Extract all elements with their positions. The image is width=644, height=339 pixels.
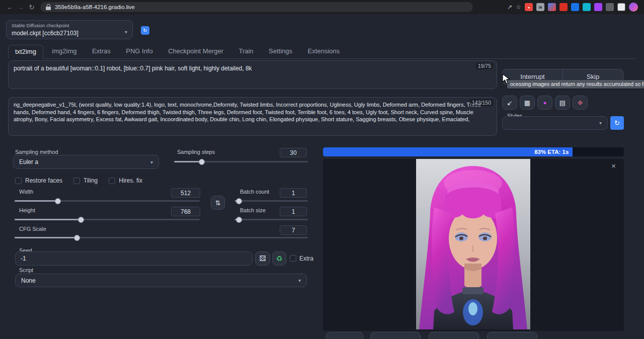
sampling-steps-slider[interactable] — [174, 158, 308, 165]
tiling-option[interactable]: Tiling — [73, 177, 98, 184]
stable-diffusion-webui: Stable Diffusion checkpoint model.ckpt [… — [0, 14, 644, 339]
width-input[interactable]: 512 — [171, 188, 200, 198]
height-slider[interactable] — [15, 216, 200, 223]
width-label: Width — [19, 189, 33, 195]
height-label: Height — [19, 207, 35, 213]
share-icon[interactable]: ↗ — [507, 4, 512, 11]
extra-seed-checkbox[interactable] — [290, 255, 296, 262]
tab-png-info[interactable]: PNG Info — [119, 44, 159, 58]
progress-text: 83% ETA: 1s — [534, 149, 569, 155]
restore-faces-option[interactable]: Restore faces — [15, 177, 62, 184]
batch-count-value: 1 — [292, 190, 295, 197]
side-panel-icon[interactable] — [617, 3, 625, 11]
reload-icon[interactable]: ↻ — [26, 4, 37, 11]
swap-icon: ⇅ — [215, 199, 221, 207]
negative-token-counter: 143/150 — [470, 99, 493, 106]
puzzle-extensions-icon[interactable] — [606, 3, 614, 11]
tab-extensions[interactable]: Extensions — [301, 44, 346, 58]
paste-params-icon[interactable]: ↙ — [502, 96, 517, 110]
extension-icon[interactable] — [559, 3, 568, 11]
output-preview-panel: × — [323, 159, 624, 331]
restore-faces-checkbox[interactable] — [15, 178, 22, 184]
checkpoint-label: Stable Diffusion checkpoint — [12, 23, 69, 28]
batch-size-slider[interactable] — [235, 216, 308, 223]
refresh-styles-button[interactable]: ↻ — [610, 116, 624, 130]
extension-icon[interactable] — [548, 3, 556, 11]
prompt-token-counter: 19/75 — [476, 62, 493, 69]
style-dot-icon[interactable]: ● — [537, 96, 552, 110]
generated-image-preview[interactable] — [416, 159, 530, 329]
slider-handle[interactable] — [236, 217, 242, 223]
tab-extras[interactable]: Extras — [86, 44, 117, 58]
checkpoint-value: model.ckpt [cc6cb27103] — [12, 30, 78, 37]
extension-icon[interactable] — [594, 3, 602, 11]
prompt-textarea[interactable]: portrait of a beautiful [woman::0.1] rob… — [8, 60, 497, 89]
swap-dimensions-button[interactable]: ⇅ — [211, 196, 225, 210]
sampling-method-value: Euler a — [19, 158, 38, 165]
profile-avatar[interactable] — [629, 3, 638, 12]
batch-count-slider[interactable] — [235, 198, 308, 204]
output-action-button[interactable] — [429, 332, 479, 339]
batch-count-input[interactable]: 1 — [280, 188, 307, 198]
chevron-down-icon: ▾ — [599, 120, 602, 126]
interrupt-label: Interrupt — [520, 73, 544, 80]
reuse-seed-button[interactable]: ♻ — [272, 251, 286, 266]
extension-icon[interactable] — [571, 3, 579, 11]
seed-value: -1 — [21, 255, 26, 262]
bookmark-star-icon[interactable]: ☆ — [516, 4, 521, 11]
output-action-button[interactable] — [326, 332, 363, 339]
hires-fix-label: Hires. fix — [119, 177, 142, 184]
sampling-method-dropdown[interactable]: Euler a ▾ — [13, 155, 159, 169]
negative-prompt-text: ng_deepnegative_v1_75t, (worst quality, … — [9, 98, 497, 127]
hires-fix-option[interactable]: Hires. fix — [109, 177, 142, 184]
slider-handle[interactable] — [199, 159, 205, 165]
styles-dropdown[interactable]: ▾ — [502, 116, 608, 130]
script-value: None — [21, 277, 36, 284]
close-icon[interactable]: × — [611, 161, 616, 170]
refresh-checkpoints-button[interactable]: ↻ — [141, 26, 149, 35]
script-dropdown[interactable]: None ▾ — [15, 274, 307, 287]
extra-networks-icon[interactable]: ▦ — [520, 96, 535, 110]
sampling-steps-value: 30 — [290, 149, 296, 156]
url-text: 359e5b9a-a5ff-4216.gradio.live — [55, 4, 135, 10]
main-tabs: txt2img img2img Extras PNG Info Checkpoi… — [8, 44, 636, 59]
browser-chrome: ← → ↻ 359e5b9a-a5ff-4216.gradio.live ↗ ☆… — [0, 0, 644, 14]
output-action-button[interactable] — [487, 332, 537, 339]
height-input[interactable]: 768 — [171, 207, 200, 216]
extension-icon[interactable]: ● — [525, 3, 533, 11]
seed-input[interactable]: -1 — [15, 251, 253, 266]
tab-checkpoint-merger[interactable]: Checkpoint Merger — [162, 44, 230, 58]
cfg-scale-slider[interactable] — [15, 234, 308, 241]
batch-size-input[interactable]: 1 — [280, 207, 307, 216]
slider-handle[interactable] — [74, 235, 80, 241]
tab-txt2img[interactable]: txt2img — [8, 45, 43, 59]
tab-train[interactable]: Train — [232, 44, 260, 58]
checkpoint-dropdown[interactable]: Stable Diffusion checkpoint model.ckpt [… — [6, 20, 133, 39]
extra-seed-label: Extra — [299, 255, 313, 262]
slider-handle[interactable] — [78, 217, 84, 223]
negative-prompt-textarea[interactable]: ng_deepnegative_v1_75t, (worst quality, … — [8, 97, 497, 136]
hires-fix-checkbox[interactable] — [109, 178, 115, 184]
sampling-steps-label: Sampling steps — [177, 149, 215, 155]
extension-icon[interactable]: IA — [536, 3, 544, 11]
tiling-checkbox[interactable] — [73, 178, 80, 184]
tab-settings[interactable]: Settings — [262, 44, 299, 58]
apply-style-icon[interactable]: ▤ — [555, 96, 570, 110]
extension-icon[interactable] — [583, 3, 591, 11]
save-style-icon[interactable]: ❖ — [573, 96, 588, 110]
random-seed-button[interactable]: ⚄ — [255, 251, 270, 266]
back-icon[interactable]: ← — [4, 4, 15, 11]
recycle-icon: ♻ — [276, 255, 283, 263]
width-slider[interactable] — [15, 198, 200, 204]
slider-handle[interactable] — [236, 198, 242, 204]
slider-handle[interactable] — [55, 198, 61, 204]
prompt-text: portrait of a beautiful [woman::0.1] rob… — [9, 61, 497, 76]
address-bar[interactable]: 359e5b9a-a5ff-4216.gradio.live — [40, 2, 473, 12]
forward-icon[interactable]: → — [15, 4, 26, 11]
cfg-scale-input[interactable]: 7 — [280, 225, 307, 235]
batch-size-label: Batch size — [240, 207, 266, 213]
sampling-steps-input[interactable]: 30 — [280, 148, 307, 157]
chevron-down-icon: ▾ — [150, 159, 153, 165]
output-action-button[interactable] — [370, 332, 421, 339]
tab-img2img[interactable]: img2img — [45, 44, 83, 58]
